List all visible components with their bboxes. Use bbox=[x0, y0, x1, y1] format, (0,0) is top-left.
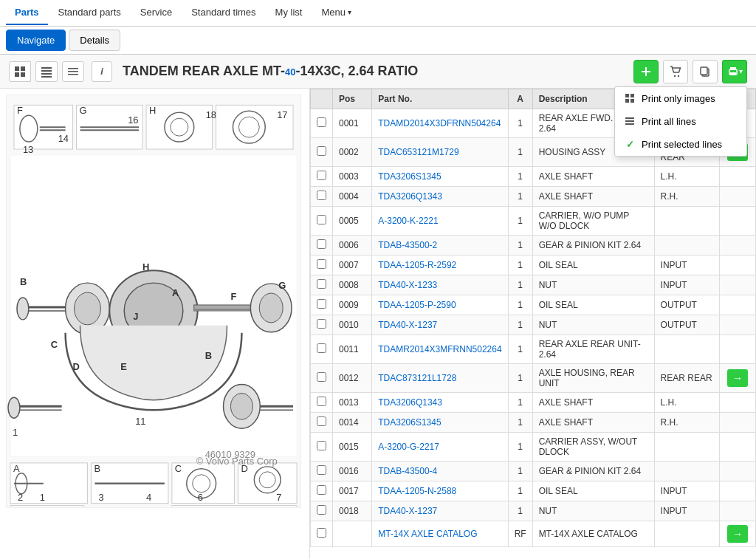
row-partno[interactable]: MT-14X AXLE CATALOG bbox=[372, 521, 508, 547]
row-notes: INPUT bbox=[654, 256, 719, 275]
row-checkbox[interactable] bbox=[317, 191, 326, 200]
row-pos: 0011 bbox=[333, 335, 372, 364]
list-view-button[interactable] bbox=[35, 61, 58, 82]
diagram-image: F 14 13 G 16 H 18 bbox=[6, 95, 301, 508]
svg-rect-19 bbox=[730, 72, 736, 75]
row-partno[interactable]: TDA3206Q1343 bbox=[372, 187, 508, 207]
details-button[interactable]: Details bbox=[69, 30, 120, 51]
print-selected-lines-option[interactable]: ✓ Print selected lines bbox=[615, 133, 746, 156]
row-checkbox[interactable] bbox=[317, 441, 326, 450]
row-qty: 1 bbox=[508, 109, 532, 138]
row-navigate-button[interactable]: → bbox=[727, 369, 748, 387]
row-partno[interactable]: TDAMD2014X3DFRNN504264 bbox=[372, 109, 508, 138]
svg-rect-1 bbox=[21, 66, 25, 71]
compact-view-button[interactable] bbox=[62, 61, 84, 82]
svg-rect-12 bbox=[642, 71, 650, 72]
row-description: AXLE SHAFT bbox=[532, 393, 654, 413]
row-checkbox[interactable] bbox=[317, 146, 326, 156]
row-partno[interactable]: TDAA-1205-R-2592 bbox=[372, 256, 508, 275]
svg-point-62 bbox=[230, 393, 252, 419]
svg-text:B: B bbox=[20, 276, 27, 287]
row-checkbox[interactable] bbox=[317, 239, 326, 249]
row-pos: 0005 bbox=[333, 207, 372, 236]
row-checkbox[interactable] bbox=[317, 416, 326, 426]
row-partno[interactable]: TDAA-1205-N-2588 bbox=[372, 481, 508, 501]
row-checkbox[interactable] bbox=[317, 485, 326, 495]
row-qty: RF bbox=[508, 521, 532, 547]
svg-text:6: 6 bbox=[198, 491, 203, 502]
row-partno[interactable]: TDA3206S1345 bbox=[372, 413, 508, 433]
print-all-lines-option[interactable]: Print all lines bbox=[615, 110, 746, 133]
row-partno[interactable]: TDA40-X-1237 bbox=[372, 315, 508, 335]
row-pos: 0007 bbox=[333, 256, 372, 275]
svg-rect-21 bbox=[630, 94, 634, 97]
nav-menu[interactable]: Menu ▾ bbox=[312, 1, 360, 25]
svg-text:© Volvo Parts Corp: © Volvo Parts Corp bbox=[196, 455, 278, 466]
print-only-images-option[interactable]: Print only images bbox=[615, 87, 746, 110]
row-checkbox[interactable] bbox=[317, 279, 326, 289]
row-action bbox=[719, 256, 755, 275]
row-checkbox[interactable] bbox=[317, 259, 326, 269]
nav-parts[interactable]: Parts bbox=[6, 1, 48, 25]
svg-text:B: B bbox=[205, 349, 212, 360]
row-partno[interactable]: TDA40-X-1237 bbox=[372, 501, 508, 521]
grid-view-button[interactable] bbox=[9, 61, 31, 82]
row-checkbox[interactable] bbox=[317, 319, 326, 329]
row-action[interactable]: → bbox=[719, 364, 755, 393]
row-partno[interactable]: TDAC873121L1728 bbox=[372, 364, 508, 393]
row-qty: 1 bbox=[508, 501, 532, 521]
row-partno[interactable]: TDA3206Q1343 bbox=[372, 393, 508, 413]
row-checkbox[interactable] bbox=[317, 215, 326, 224]
row-partno[interactable]: TDA3206S1345 bbox=[372, 167, 508, 187]
row-checkbox[interactable] bbox=[317, 117, 326, 127]
row-checkbox[interactable] bbox=[317, 397, 326, 406]
row-checkbox[interactable] bbox=[317, 528, 326, 538]
row-checkbox[interactable] bbox=[317, 465, 326, 475]
row-checkbox[interactable] bbox=[317, 505, 326, 515]
svg-rect-3 bbox=[21, 72, 25, 77]
row-action[interactable]: → bbox=[719, 521, 755, 547]
print-button[interactable]: ▾ bbox=[722, 60, 747, 83]
navigate-button[interactable]: Navigate bbox=[6, 30, 66, 51]
svg-rect-7 bbox=[41, 76, 52, 78]
svg-text:E: E bbox=[120, 360, 127, 371]
add-button[interactable] bbox=[633, 60, 659, 83]
cart-button[interactable] bbox=[663, 60, 688, 83]
row-partno[interactable]: TDA40-X-1233 bbox=[372, 275, 508, 295]
copy-button[interactable] bbox=[693, 60, 718, 83]
row-action bbox=[719, 335, 755, 364]
nav-service[interactable]: Service bbox=[131, 1, 181, 25]
grid-icon bbox=[624, 93, 636, 103]
table-row: 0006TDAB-43500-21GEAR & PINION KIT 2.64 bbox=[311, 236, 756, 256]
row-navigate-button[interactable]: → bbox=[727, 525, 748, 543]
row-partno[interactable]: A-3200-G-2217 bbox=[372, 433, 508, 462]
row-partno[interactable]: TDAB-43500-2 bbox=[372, 236, 508, 256]
row-partno[interactable]: TDAA-1205-P-2590 bbox=[372, 295, 508, 315]
svg-rect-8 bbox=[68, 68, 78, 69]
copy-icon bbox=[699, 66, 711, 78]
row-pos: 0018 bbox=[333, 501, 372, 521]
nav-standard-parts[interactable]: Standard parts bbox=[49, 1, 130, 25]
svg-rect-40 bbox=[146, 105, 213, 149]
svg-text:B: B bbox=[94, 462, 100, 473]
top-navigation: Parts Standard parts Service Standard ti… bbox=[0, 0, 756, 27]
a-header: A bbox=[508, 89, 532, 109]
svg-text:4: 4 bbox=[146, 491, 151, 502]
row-description: CARRIER ASSY, W/OUT DLOCK bbox=[532, 433, 654, 462]
print-icon bbox=[727, 66, 739, 78]
row-notes bbox=[654, 462, 719, 481]
row-checkbox[interactable] bbox=[317, 299, 326, 309]
row-partno[interactable]: TDAB-43500-4 bbox=[372, 462, 508, 481]
row-pos: 0008 bbox=[333, 275, 372, 295]
row-partno[interactable]: TDAC653121M1729 bbox=[372, 138, 508, 167]
nav-standard-times[interactable]: Standard times bbox=[182, 1, 264, 25]
row-checkbox[interactable] bbox=[317, 372, 326, 382]
row-qty: 1 bbox=[508, 138, 532, 167]
row-partno[interactable]: TDAMR2014X3MFRNN502264 bbox=[372, 335, 508, 364]
nav-my-list[interactable]: My list bbox=[267, 1, 312, 25]
svg-text:7: 7 bbox=[276, 491, 281, 502]
row-partno[interactable]: A-3200-K-2221 bbox=[372, 207, 508, 236]
row-checkbox[interactable] bbox=[317, 171, 326, 180]
info-button[interactable]: i bbox=[92, 61, 112, 82]
row-checkbox[interactable] bbox=[317, 343, 326, 353]
